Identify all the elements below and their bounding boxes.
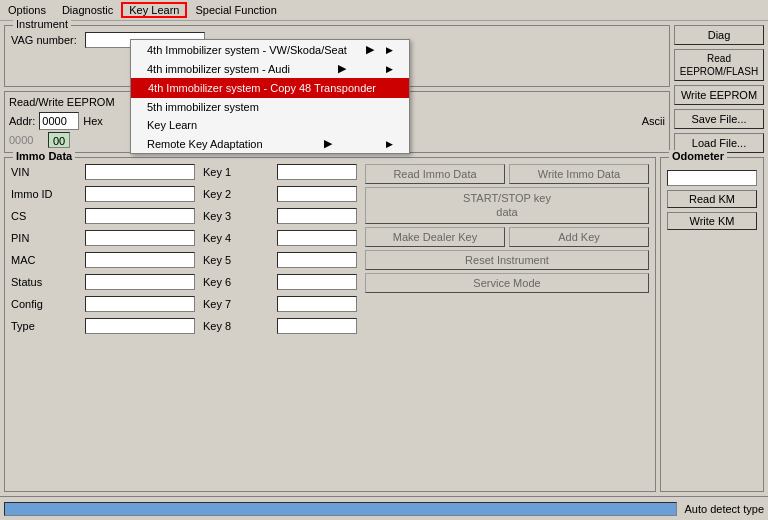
key6-label: Key 6	[203, 276, 273, 288]
key5-label: Key 5	[203, 254, 273, 266]
key4-row: Key 4	[203, 230, 357, 246]
start-stop-row: START/STOP keydata	[365, 187, 649, 224]
vin-input[interactable]	[85, 164, 195, 180]
key3-input[interactable]	[277, 208, 357, 224]
status-input[interactable]	[85, 274, 195, 290]
config-row: Config	[11, 296, 195, 312]
dropdown-item-remote[interactable]: Remote Key Adaptation ▶	[131, 134, 409, 153]
dropdown-item-vw[interactable]: 4th Immobilizer system - VW/Skoda/Seat ▶	[131, 40, 409, 59]
mac-input[interactable]	[85, 252, 195, 268]
immo-action-buttons: Read Immo Data Write Immo Data START/STO…	[365, 164, 649, 485]
key4-input[interactable]	[277, 230, 357, 246]
addr-label: Addr:	[9, 115, 35, 127]
menu-key-learn[interactable]: Key Learn	[121, 2, 187, 18]
vag-label: VAG number:	[11, 34, 81, 46]
start-stop-button[interactable]: START/STOP keydata	[365, 187, 649, 224]
config-input[interactable]	[85, 296, 195, 312]
dropdown-container: 4th Immobilizer system - VW/Skoda/Seat ▶…	[130, 39, 410, 154]
vin-label: VIN	[11, 166, 81, 178]
add-key-button[interactable]: Add Key	[509, 227, 649, 247]
type-row: Type	[11, 318, 195, 334]
key3-label: Key 3	[203, 210, 273, 222]
key7-input[interactable]	[277, 296, 357, 312]
key1-input[interactable]	[277, 164, 357, 180]
reset-row: Reset Instrument	[365, 250, 649, 270]
eeprom-title: Read/Write EEPROM	[9, 96, 115, 108]
hex-label: Hex	[83, 115, 103, 127]
key6-row: Key 6	[203, 274, 357, 290]
key6-input[interactable]	[277, 274, 357, 290]
mac-label: MAC	[11, 254, 81, 266]
audi-arrow: ▶	[338, 62, 346, 75]
key8-row: Key 8	[203, 318, 357, 334]
read-immo-data-button[interactable]: Read Immo Data	[365, 164, 505, 184]
instrument-title: Instrument	[13, 18, 71, 30]
key2-row: Key 2	[203, 186, 357, 202]
service-row: Service Mode	[365, 273, 649, 293]
dropdown-item-keylearn-label: Key Learn	[147, 119, 197, 131]
key5-input[interactable]	[277, 252, 357, 268]
immo-title: Immo Data	[13, 150, 75, 162]
key8-input[interactable]	[277, 318, 357, 334]
read-eeprom-button[interactable]: ReadEEPROM/FLASH	[674, 49, 764, 81]
status-progress-bar	[4, 502, 677, 516]
dropdown-item-5th[interactable]: 5th immobilizer system	[131, 98, 409, 116]
ascii-label: Ascii	[642, 115, 665, 127]
write-km-button[interactable]: Write KM	[667, 212, 757, 230]
read-km-button[interactable]: Read KM	[667, 190, 757, 208]
type-label: Type	[11, 320, 81, 332]
pin-row: PIN	[11, 230, 195, 246]
data-val: 00	[48, 132, 70, 148]
dropdown-item-copy48-label: 4th Immobilizer system - Copy 48 Transpo…	[148, 82, 376, 94]
main-content: Instrument VAG number: Read/Write EEPROM…	[0, 21, 768, 496]
make-dealer-key-button[interactable]: Make Dealer Key	[365, 227, 505, 247]
dropdown-menu: 4th Immobilizer system - VW/Skoda/Seat ▶…	[130, 39, 410, 154]
key3-row: Key 3	[203, 208, 357, 224]
cs-input[interactable]	[85, 208, 195, 224]
dropdown-item-keylearn[interactable]: Key Learn	[131, 116, 409, 134]
odometer-input[interactable]	[667, 170, 757, 186]
save-file-button[interactable]: Save File...	[674, 109, 764, 129]
key2-label: Key 2	[203, 188, 273, 200]
immo-keys: Key 1 Key 2 Key 3 Key 4	[203, 164, 357, 485]
remote-arrow: ▶	[324, 137, 332, 150]
write-eeprom-button[interactable]: Write EEPROM	[674, 85, 764, 105]
diag-button[interactable]: Diag	[674, 25, 764, 45]
menu-options[interactable]: Options	[0, 2, 54, 18]
immo-id-label: Immo ID	[11, 188, 81, 200]
statusbar: Auto detect type	[0, 496, 768, 520]
key7-label: Key 7	[203, 298, 273, 310]
key5-row: Key 5	[203, 252, 357, 268]
bottom-section: Immo Data VIN Immo ID CS	[4, 157, 764, 492]
key1-label: Key 1	[203, 166, 273, 178]
type-input[interactable]	[85, 318, 195, 334]
key8-label: Key 8	[203, 320, 273, 332]
key2-input[interactable]	[277, 186, 357, 202]
dropdown-item-copy48[interactable]: 4th Immobilizer system - Copy 48 Transpo…	[131, 78, 409, 98]
dropdown-item-audi[interactable]: 4th immobilizer system - Audi ▶	[131, 59, 409, 78]
immo-section: Immo Data VIN Immo ID CS	[4, 157, 656, 492]
menu-special-function[interactable]: Special Function	[187, 2, 284, 18]
reset-instrument-button[interactable]: Reset Instrument	[365, 250, 649, 270]
service-mode-button[interactable]: Service Mode	[365, 273, 649, 293]
dropdown-item-remote-label: Remote Key Adaptation	[147, 138, 263, 150]
odometer-section: Odometer Read KM Write KM	[660, 157, 764, 492]
status-label: Status	[11, 276, 81, 288]
odometer-title: Odometer	[669, 150, 727, 162]
addr-input[interactable]	[39, 112, 79, 130]
pin-input[interactable]	[85, 230, 195, 246]
right-buttons: Diag ReadEEPROM/FLASH Write EEPROM Save …	[674, 25, 764, 153]
immo-id-input[interactable]	[85, 186, 195, 202]
read-write-row: Read Immo Data Write Immo Data	[365, 164, 649, 184]
cs-row: CS	[11, 208, 195, 224]
immo-id-row: Immo ID	[11, 186, 195, 202]
menubar: Options Diagnostic Key Learn Special Fun…	[0, 0, 768, 21]
vw-arrow: ▶	[366, 43, 374, 56]
pin-label: PIN	[11, 232, 81, 244]
key4-label: Key 4	[203, 232, 273, 244]
dropdown-item-audi-label: 4th immobilizer system - Audi	[147, 63, 290, 75]
dealer-add-row: Make Dealer Key Add Key	[365, 227, 649, 247]
data-addr: 0000	[9, 134, 44, 146]
write-immo-data-button[interactable]: Write Immo Data	[509, 164, 649, 184]
menu-diagnostic[interactable]: Diagnostic	[54, 2, 121, 18]
